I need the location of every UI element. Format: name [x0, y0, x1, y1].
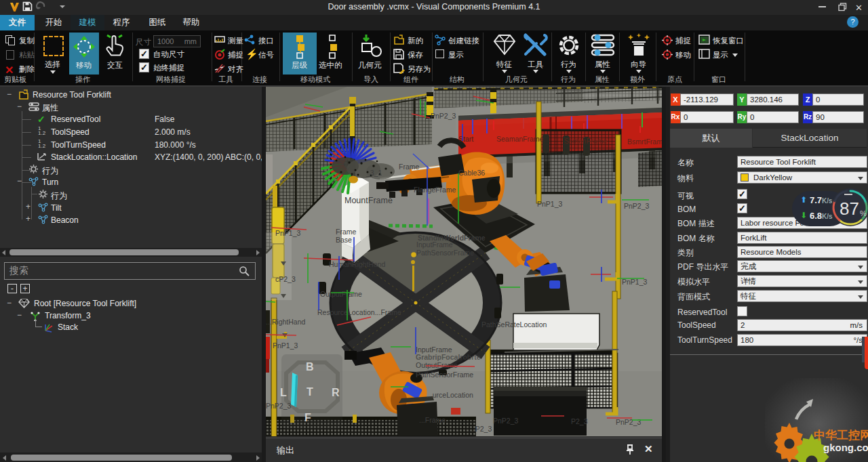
svg-text:中华工控网: 中华工控网 — [814, 429, 868, 442]
svg-text:...Frame: ...Frame — [419, 416, 446, 424]
svg-text:Cable36: Cable36 — [458, 169, 485, 177]
svg-text:GrabripFocalrobrte: GrabripFocalrobrte — [416, 353, 481, 361]
svg-text:PnP2_3: PnP2_3 — [616, 418, 642, 426]
svg-text:SeamanFrame: SeamanFrame — [496, 135, 544, 143]
svg-text:Frame: Frame — [399, 163, 419, 171]
svg-text:BsmrtFrame: BsmrtFrame — [627, 138, 663, 146]
svg-text:_3_1: _3_1 — [366, 169, 382, 177]
svg-text:MountFrame: MountFrame — [344, 196, 393, 205]
svg-text:87: 87 — [840, 198, 859, 219]
svg-text:...RightHand: ...RightHand — [266, 318, 306, 326]
svg-text:P2_3: P2_3 — [571, 417, 588, 425]
svg-text:L: L — [280, 387, 287, 398]
svg-text:ResourceLocation...Frame: ResourceLocation...Frame — [317, 308, 401, 316]
svg-text:Start: Start — [458, 135, 473, 143]
svg-text:PnP2_3: PnP2_3 — [431, 112, 456, 120]
svg-text:PnP2_3: PnP2_3 — [624, 202, 650, 210]
svg-text:PnP1_3: PnP1_3 — [537, 200, 563, 208]
svg-text:...P2_3: ...P2_3 — [469, 425, 492, 433]
svg-text:FlangeFrame: FlangeFrame — [414, 186, 456, 194]
svg-text:PnP2_3: PnP2_3 — [266, 402, 292, 410]
svg-text:gkong.com: gkong.com — [823, 442, 868, 453]
svg-text:F: F — [304, 412, 311, 423]
svg-text:Frame: Frame — [336, 228, 356, 236]
svg-text:OutputFrame: OutputFrame — [320, 290, 362, 298]
svg-text:R: R — [332, 387, 340, 398]
svg-text:PnP1_3: PnP1_3 — [273, 341, 298, 350]
svg-text:OutputFrame: OutputFrame — [416, 361, 458, 369]
svg-text:B: B — [306, 361, 314, 373]
svg-text:Base: Base — [336, 236, 352, 244]
svg-text:PathSensorFrame: PathSensorFrame — [416, 371, 473, 379]
svg-text:InputFrame: InputFrame — [416, 240, 453, 249]
svg-text:T: T — [307, 386, 313, 398]
svg-text:cP2_3: cP2_3 — [275, 275, 296, 283]
svg-text:PnP1_3: PnP1_3 — [275, 229, 301, 237]
svg-text:...urceLocation: ...urceLocation — [427, 391, 473, 399]
svg-text:PnP2_3: PnP2_3 — [493, 417, 519, 425]
svg-text:PathSeRateLocation: PathSeRateLocation — [481, 320, 547, 329]
svg-text:PathSensorFrame: PathSensorFrame — [416, 249, 474, 257]
svg-text:SsmanFrame: SsmanFrame — [564, 137, 607, 145]
svg-text:%: % — [860, 209, 867, 217]
svg-text:HumanRightHand: HumanRightHand — [329, 260, 386, 268]
